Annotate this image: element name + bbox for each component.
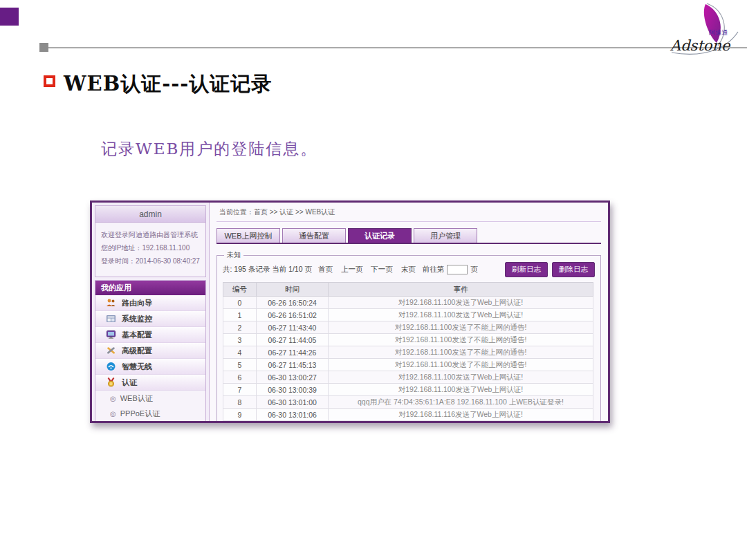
sidebar-subitem-web-auth[interactable]: ◎ WEB认证 <box>95 391 205 406</box>
sidebar: admin 欢迎登录阿迪通路由器管理系统 您的IP地址：192.168.11.1… <box>92 203 210 421</box>
cell-no: 1 <box>223 309 257 321</box>
adstone-logo: 阿迪通 Adstone <box>670 3 741 57</box>
tab-notice-config[interactable]: 通告配置 <box>282 228 346 243</box>
cell-event: 对192.168.11.100发送了不能上网的通告! <box>329 346 593 359</box>
cell-no: 8 <box>223 396 257 409</box>
router-wizard-icon <box>106 298 116 308</box>
pagination-bar: 共: 195 条记录 当前 1/10 页 首页 上一页 下一页 末页 前往第 页… <box>223 262 595 277</box>
sidebar-subitem-pppoe-auth[interactable]: ◎ PPPoE认证 <box>95 406 205 421</box>
sidebar-item-advanced-config[interactable]: 高级配置 <box>95 343 205 359</box>
cell-no: 7 <box>223 384 257 396</box>
page-title: WEB认证---认证记录 <box>64 71 272 98</box>
tab-bar: WEB上网控制 通告配置 认证记录 用户管理 <box>216 228 601 244</box>
cell-event: 对192.168.11.100发送了Web上网认证! <box>329 309 593 321</box>
column-header-event: 事件 <box>329 283 593 297</box>
goto-page-label: 前往第 <box>423 265 445 274</box>
table-row: 8 06-30 13:01:00 qqq用户在 74:D4:35:61:1A:E… <box>223 396 593 409</box>
slide-corner-accent <box>0 8 19 26</box>
cell-no: 4 <box>223 346 257 359</box>
table-row: 7 06-30 13:00:39 对192.168.11.100发送了Web上网… <box>223 384 593 396</box>
next-page-link[interactable]: 下一页 <box>371 265 393 273</box>
sidebar-item-label: 认证 <box>122 377 137 388</box>
breadcrumb: 当前位置：首页 >> 认证 >> WEB认证 <box>216 205 601 222</box>
cell-time: 06-30 13:01:06 <box>257 409 329 421</box>
column-header-time: 时间 <box>257 283 329 297</box>
sidebar-subitem-label: WEB认证 <box>120 393 153 404</box>
panel-legend: 未知 <box>224 250 243 260</box>
radio-bullet-icon: ◎ <box>110 395 116 402</box>
cell-no: 9 <box>223 409 257 421</box>
sidebar-item-router-wizard[interactable]: 路由向导 <box>95 295 205 311</box>
goto-page-suffix: 页 <box>470 265 478 274</box>
system-monitor-icon <box>106 314 116 324</box>
cell-event: 对192.168.11.100发送了Web上网认证! <box>329 297 593 309</box>
table-row: 1 06-26 16:51:02 对192.168.11.100发送了Web上网… <box>223 309 593 321</box>
auth-log-table: 编号 时间 事件 0 06-26 16:50:24 对192.168.11.10… <box>223 282 593 423</box>
cell-no: 0 <box>223 297 257 309</box>
table-row: 2 06-27 11:43:40 对192.168.11.100发送了不能上网的… <box>223 321 593 334</box>
table-row: 5 06-27 11:45:13 对192.168.11.100发送了不能上网的… <box>223 359 593 371</box>
sidebar-item-basic-config[interactable]: 基本配置 <box>95 327 205 343</box>
account-username: admin <box>95 206 205 223</box>
tab-web-access-control[interactable]: WEB上网控制 <box>216 228 280 243</box>
sidebar-item-label: 系统监控 <box>122 314 152 324</box>
table-row: 0 06-26 16:50:24 对192.168.11.100发送了Web上网… <box>223 297 593 309</box>
cell-time: 06-27 11:43:40 <box>257 321 329 334</box>
cell-event: 对192.168.11.100发送了Web上网认证! <box>329 371 593 384</box>
cell-event: 对192.168.11.116发送了Web上网认证! <box>329 409 593 421</box>
main-content: 当前位置：首页 >> 认证 >> WEB认证 WEB上网控制 通告配置 认证记录… <box>210 203 608 421</box>
cell-time: 06-27 11:44:26 <box>257 346 329 359</box>
goto-page-input[interactable] <box>447 265 468 274</box>
welcome-text: 欢迎登录阿迪通路由器管理系统 <box>101 228 200 241</box>
first-page-link[interactable]: 首页 <box>318 265 333 273</box>
cell-event: 对192.168.11.100发送了不能上网的通告! <box>329 359 593 371</box>
record-count-summary: 共: 195 条记录 当前 1/10 页 <box>223 265 312 274</box>
cell-time: 06-30 13:01:00 <box>257 396 329 409</box>
cell-no: 2 <box>223 321 257 334</box>
login-time-text: 登录时间：2014-06-30 08:40:27 <box>101 254 200 268</box>
sidebar-item-authentication[interactable]: 认证 <box>95 375 205 391</box>
sidebar-item-label: 智慧无线 <box>122 362 152 372</box>
sidebar-subitem-label: PPPoE认证 <box>120 409 160 419</box>
presentation-slide: 阿迪通 Adstone WEB认证---认证记录 记录WEB用户的登陆信息。 a… <box>0 0 747 560</box>
sidebar-item-system-monitor[interactable]: 系统监控 <box>95 311 205 327</box>
log-table-body: 0 06-26 16:50:24 对192.168.11.100发送了Web上网… <box>223 297 593 424</box>
cell-no: 6 <box>223 371 257 384</box>
smart-wireless-icon <box>106 362 116 371</box>
cell-time: 06-30 13:01:13 <box>257 421 329 424</box>
cell-no: 10 <box>223 421 257 424</box>
title-bullet-icon <box>44 75 55 87</box>
cell-time: 06-27 11:44:05 <box>257 334 329 346</box>
table-row: 9 06-30 13:01:06 对192.168.11.116发送了Web上网… <box>223 409 593 421</box>
sidebar-item-label: 高级配置 <box>122 346 152 356</box>
refresh-log-button[interactable]: 刷新日志 <box>505 262 548 277</box>
last-page-link[interactable]: 末页 <box>401 265 416 273</box>
column-header-no: 编号 <box>223 283 257 297</box>
advanced-config-icon <box>106 346 116 355</box>
sidebar-item-label: 基本配置 <box>122 330 152 340</box>
table-row: 6 06-30 13:00:27 对192.168.11.100发送了Web上网… <box>223 371 593 384</box>
cell-event: 对192.168.11.116发送了Web上网认证! <box>329 421 593 424</box>
apps-menu-title: 我的应用 <box>95 281 205 295</box>
table-row: 3 06-27 11:44:05 对192.168.11.100发送了不能上网的… <box>223 334 593 346</box>
tab-auth-records[interactable]: 认证记录 <box>348 228 412 243</box>
delete-log-button[interactable]: 删除日志 <box>552 262 595 277</box>
sidebar-item-smart-wireless[interactable]: 智慧无线 <box>95 359 205 375</box>
header-rule <box>48 47 747 48</box>
prev-page-link[interactable]: 上一页 <box>341 265 363 273</box>
authentication-medal-icon <box>106 377 116 387</box>
slide-subtitle: 记录WEB用户的登陆信息。 <box>101 138 317 160</box>
cell-event: 对192.168.11.100发送了不能上网的通告! <box>329 321 593 334</box>
radio-bullet-icon: ◎ <box>110 410 116 418</box>
ip-address-text: 您的IP地址：192.168.11.100 <box>101 241 200 254</box>
table-row: 4 06-27 11:44:26 对192.168.11.100发送了不能上网的… <box>223 346 593 359</box>
tab-user-management[interactable]: 用户管理 <box>414 228 477 243</box>
cell-event: qqq用户在 74:D4:35:61:1A:E8 192.168.11.100 … <box>329 396 593 409</box>
basic-config-icon <box>106 330 116 339</box>
logo-script-text: Adstone <box>670 37 731 54</box>
cell-time: 06-27 11:45:13 <box>257 359 329 371</box>
cell-time: 06-26 16:51:02 <box>257 309 329 321</box>
apps-menu: 我的应用 路由向导 系统监控 <box>95 280 206 422</box>
cell-no: 3 <box>223 334 257 346</box>
router-admin-screenshot: admin 欢迎登录阿迪通路由器管理系统 您的IP地址：192.168.11.1… <box>90 200 610 423</box>
